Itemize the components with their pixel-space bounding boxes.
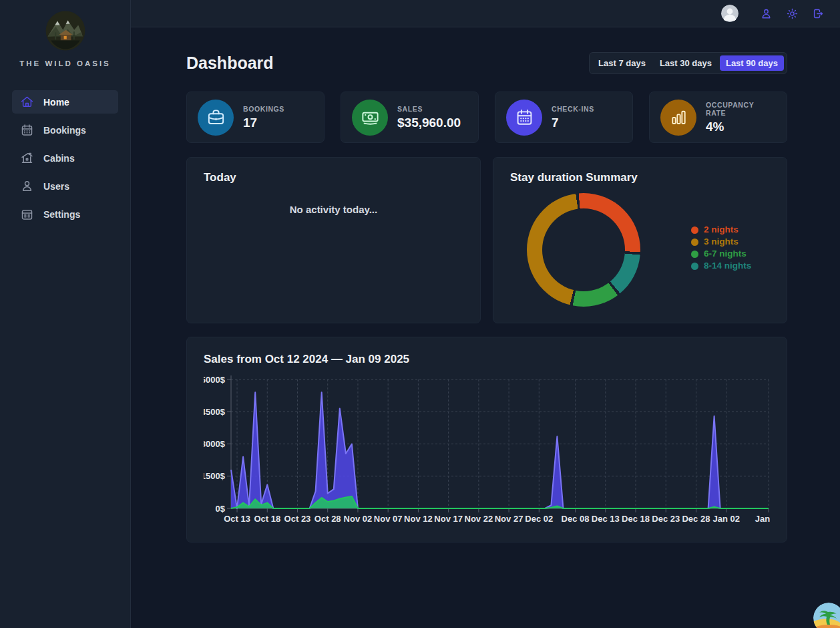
sidebar-item-label: Settings	[43, 209, 80, 220]
sidebar-nav: Home Bookings Cabins	[12, 90, 118, 226]
logout-button[interactable]	[809, 5, 827, 22]
header-actions	[757, 5, 827, 22]
svg-text:0$: 0$	[216, 504, 226, 514]
middle-row: Today No activity today... Stay duration…	[186, 157, 787, 323]
sales-chart-title: Sales from Oct 12 2024 — Jan 09 2025	[204, 353, 770, 366]
stat-cards: BOOKINGS 17 SALES $35,960.00	[186, 92, 787, 143]
svg-text:3000$: 3000$	[204, 439, 226, 449]
oasis-favicon	[813, 603, 840, 628]
svg-text:Oct 23: Oct 23	[284, 514, 311, 524]
donut-hole	[542, 208, 625, 291]
legend-item-3-nights: 3 nights	[691, 237, 751, 247]
legend-dot	[691, 239, 698, 246]
stat-value: 7	[552, 116, 594, 130]
today-empty-message: No activity today...	[204, 204, 463, 215]
sidebar-item-users[interactable]: Users	[12, 174, 118, 198]
stat-checkins: CHECK-INS 7	[495, 92, 633, 143]
stat-label: SALES	[397, 105, 461, 113]
stat-bookings: BOOKINGS 17	[186, 92, 325, 143]
svg-text:Dec 08: Dec 08	[562, 514, 590, 524]
stat-occupancy: OCCUPANCY RATE 4%	[649, 92, 787, 143]
stay-duration-panel: Stay duration Summary 2 nights 3 nights …	[493, 157, 787, 323]
legend-item-8-14-nights: 8-14 nights	[691, 261, 751, 271]
brand: THE WILD OASIS	[12, 11, 118, 67]
legend-dot	[691, 251, 698, 258]
filter-last-30-days-button[interactable]: Last 30 days	[654, 55, 718, 71]
stat-value: 4%	[706, 120, 776, 134]
settings-icon	[20, 207, 34, 221]
stat-value: 17	[243, 116, 284, 130]
date-range-filter: Last 7 days Last 30 days Last 90 days	[589, 52, 787, 74]
sidebar-item-label: Users	[43, 181, 69, 192]
chart-bars-icon	[660, 100, 696, 136]
sidebar-item-label: Cabins	[43, 153, 75, 164]
svg-text:Dec 28: Dec 28	[682, 514, 710, 524]
logout-icon	[812, 7, 825, 20]
user-avatar	[721, 5, 739, 22]
home-icon	[20, 95, 34, 109]
svg-text:Dec 23: Dec 23	[652, 514, 680, 524]
svg-text:1500$: 1500$	[204, 471, 226, 481]
svg-text:Oct 18: Oct 18	[254, 514, 280, 524]
sidebar: THE WILD OASIS Home Bookings	[0, 0, 131, 628]
legend-label: 8-14 nights	[704, 261, 751, 271]
svg-text:Nov 02: Nov 02	[344, 514, 373, 524]
wild-oasis-logo-icon	[45, 11, 85, 51]
top-header	[131, 0, 840, 27]
legend-label: 2 nights	[704, 225, 739, 234]
sidebar-item-settings[interactable]: Settings	[12, 202, 118, 226]
svg-text:Nov 17: Nov 17	[434, 514, 463, 524]
legend-dot	[691, 226, 698, 234]
calendar-icon	[506, 100, 542, 136]
svg-text:Dec 02: Dec 02	[525, 514, 553, 524]
calendar-icon	[20, 123, 34, 137]
dark-mode-toggle-button[interactable]	[783, 5, 801, 22]
legend-label: 6-7 nights	[704, 249, 747, 259]
legend-item-6-7-nights: 6-7 nights	[691, 249, 751, 259]
stat-value: $35,960.00	[397, 116, 461, 130]
svg-text:Dec 18: Dec 18	[622, 514, 650, 524]
sales-area-chart: 0$1500$3000$4500$6000$Oct 13Oct 18Oct 23…	[204, 374, 771, 529]
svg-text:Oct 13: Oct 13	[224, 514, 250, 524]
sidebar-item-label: Home	[43, 97, 69, 108]
svg-text:Jan 09: Jan 09	[755, 514, 771, 524]
user-icon	[20, 179, 34, 193]
legend-label: 3 nights	[704, 237, 739, 247]
today-panel: Today No activity today...	[186, 157, 481, 323]
filter-last-90-days-button[interactable]: Last 90 days	[720, 55, 784, 71]
stat-sales: SALES $35,960.00	[341, 92, 479, 143]
stat-label: CHECK-INS	[552, 105, 594, 113]
app-root: THE WILD OASIS Home Bookings	[0, 0, 840, 628]
sidebar-item-label: Bookings	[43, 125, 86, 136]
page-title: Dashboard	[186, 53, 274, 73]
sidebar-item-cabins[interactable]: Cabins	[12, 146, 118, 170]
sun-icon	[786, 7, 799, 20]
dashboard-main: Dashboard Last 7 days Last 30 days Last …	[131, 27, 840, 628]
sales-chart-panel: Sales from Oct 12 2024 — Jan 09 2025 0$1…	[186, 337, 787, 542]
account-user-button[interactable]	[757, 5, 775, 22]
svg-text:4500$: 4500$	[204, 407, 226, 417]
cabin-icon	[20, 151, 34, 165]
duration-legend: 2 nights 3 nights 6-7 nights 8-14 nights	[691, 225, 751, 271]
legend-item-2-nights: 2 nights	[691, 225, 751, 234]
brand-name: THE WILD OASIS	[19, 59, 111, 67]
duration-chart-title: Stay duration Summary	[510, 171, 770, 184]
sidebar-item-bookings[interactable]: Bookings	[12, 118, 118, 142]
stat-label: OCCUPANCY RATE	[706, 101, 776, 117]
svg-text:Jan 02: Jan 02	[712, 514, 739, 524]
svg-text:Nov 07: Nov 07	[374, 514, 403, 524]
legend-dot	[691, 263, 698, 270]
briefcase-icon	[198, 100, 234, 136]
svg-text:Nov 12: Nov 12	[404, 514, 433, 524]
svg-text:Dec 13: Dec 13	[592, 514, 620, 524]
user-icon	[760, 7, 773, 20]
stat-label: BOOKINGS	[243, 105, 284, 113]
filter-last-7-days-button[interactable]: Last 7 days	[592, 55, 652, 71]
banknotes-icon	[352, 100, 388, 136]
svg-text:Oct 28: Oct 28	[314, 514, 341, 524]
page-head: Dashboard Last 7 days Last 30 days Last …	[186, 52, 787, 74]
today-title: Today	[204, 171, 463, 184]
svg-text:Nov 27: Nov 27	[495, 514, 523, 524]
sidebar-item-home[interactable]: Home	[12, 90, 118, 114]
svg-text:6000$: 6000$	[204, 375, 226, 385]
